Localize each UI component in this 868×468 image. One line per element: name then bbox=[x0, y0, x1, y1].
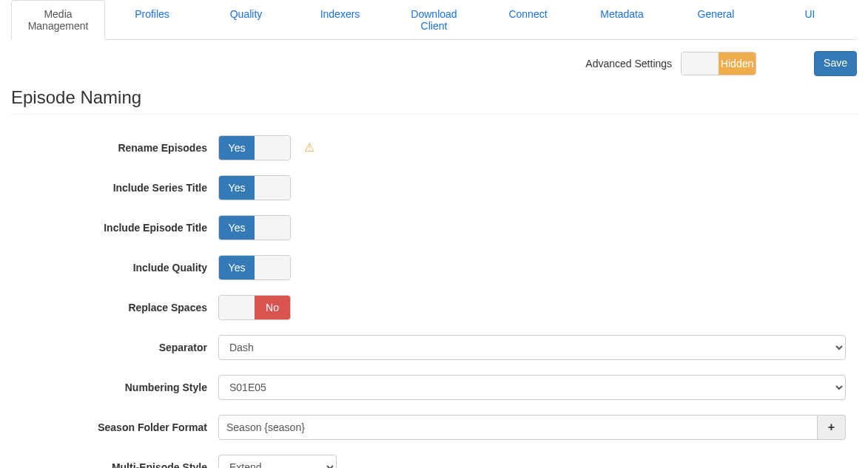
toolbar: Advanced Settings Hidden Save bbox=[11, 40, 857, 87]
rename-episodes-label: Rename Episodes bbox=[11, 142, 218, 154]
settings-tabs: Media Management Profiles Quality Indexe… bbox=[11, 0, 857, 40]
tab-quality[interactable]: Quality bbox=[199, 0, 293, 28]
replace-spaces-label: Replace Spaces bbox=[11, 302, 218, 313]
toggle-no bbox=[255, 256, 290, 279]
tab-metadata[interactable]: Metadata bbox=[575, 0, 669, 28]
toggle-yes: Yes bbox=[219, 136, 255, 160]
tab-profiles[interactable]: Profiles bbox=[105, 0, 199, 28]
toggle-no: No bbox=[255, 296, 290, 319]
advanced-settings-label: Advanced Settings bbox=[585, 58, 672, 69]
include-episode-title-toggle[interactable]: Yes bbox=[218, 215, 291, 240]
toggle-no bbox=[255, 136, 290, 160]
advanced-settings-shown-option bbox=[682, 52, 719, 75]
toggle-no bbox=[255, 176, 290, 200]
tab-general[interactable]: General bbox=[669, 0, 763, 28]
season-folder-format-input[interactable] bbox=[218, 415, 818, 440]
toggle-yes: Yes bbox=[219, 256, 255, 279]
advanced-settings-toggle[interactable]: Hidden bbox=[681, 52, 756, 75]
toggle-yes: Yes bbox=[219, 216, 255, 240]
numbering-style-label: Numbering Style bbox=[11, 381, 218, 393]
numbering-style-select[interactable]: S01E05 bbox=[218, 375, 846, 400]
tab-download-client[interactable]: Download Client bbox=[387, 0, 481, 40]
toggle-no bbox=[255, 216, 290, 240]
toggle-yes: Yes bbox=[219, 176, 255, 200]
multi-episode-style-label: Multi-Episode Style bbox=[11, 461, 218, 468]
include-series-title-toggle[interactable]: Yes bbox=[218, 175, 291, 200]
tab-ui[interactable]: UI bbox=[763, 0, 857, 28]
warning-icon: ⚠ bbox=[304, 140, 314, 155]
tab-media-management[interactable]: Media Management bbox=[11, 0, 105, 40]
season-folder-format-add-button[interactable]: + bbox=[818, 415, 846, 440]
include-quality-label: Include Quality bbox=[11, 262, 218, 274]
advanced-settings-hidden-option: Hidden bbox=[719, 52, 756, 75]
tab-indexers[interactable]: Indexers bbox=[293, 0, 387, 28]
toggle-yes bbox=[219, 296, 255, 319]
separator-label: Separator bbox=[11, 342, 218, 353]
tab-connect[interactable]: Connect bbox=[481, 0, 575, 28]
include-episode-title-label: Include Episode Title bbox=[11, 222, 218, 234]
replace-spaces-toggle[interactable]: No bbox=[218, 295, 291, 320]
plus-icon: + bbox=[828, 421, 835, 434]
separator-select[interactable]: Dash bbox=[218, 335, 846, 360]
save-button[interactable]: Save bbox=[814, 51, 857, 76]
multi-episode-style-select[interactable]: Extend bbox=[218, 455, 337, 468]
section-title: Episode Naming bbox=[11, 87, 857, 115]
include-series-title-label: Include Series Title bbox=[11, 182, 218, 194]
include-quality-toggle[interactable]: Yes bbox=[218, 255, 291, 280]
season-folder-format-label: Season Folder Format bbox=[11, 421, 218, 433]
rename-episodes-toggle[interactable]: Yes bbox=[218, 135, 291, 160]
